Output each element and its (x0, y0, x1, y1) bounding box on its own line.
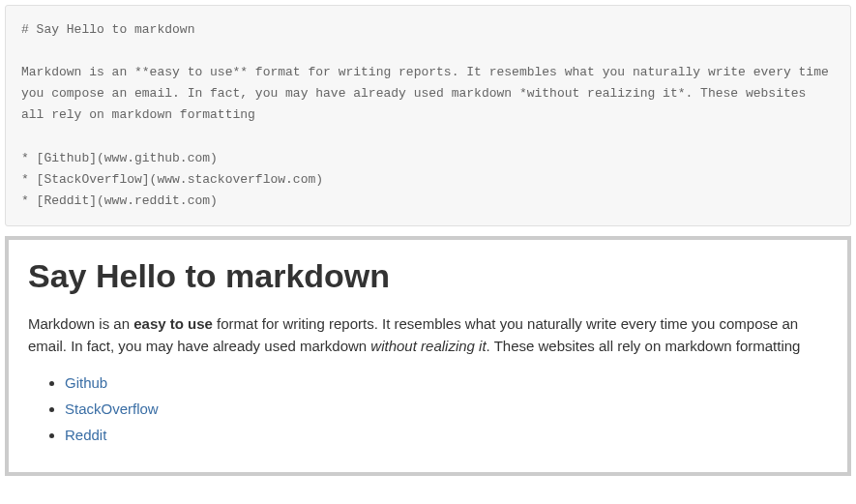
source-line: * [StackOverflow](www.stackoverflow.com) (21, 172, 323, 187)
list-item: Github (65, 374, 828, 391)
markdown-source-pane: # Say Hello to markdown Markdown is an *… (5, 5, 851, 226)
rendered-list: Github StackOverflow Reddit (28, 374, 828, 443)
source-line: * [Github](www.github.com) (21, 151, 218, 165)
rendered-heading: Say Hello to markdown (28, 257, 828, 295)
link-github[interactable]: Github (65, 374, 107, 391)
para-bold: easy to use (133, 315, 213, 332)
para-italic: without realizing it (370, 338, 486, 354)
markdown-rendered-pane: Say Hello to markdown Markdown is an eas… (5, 236, 851, 477)
list-item: Reddit (65, 427, 828, 443)
source-line: Markdown is an **easy to use** format fo… (21, 65, 837, 122)
source-line: * [Reddit](www.reddit.com) (21, 193, 218, 208)
para-text: Markdown is an (28, 315, 133, 332)
para-text: . These websites all rely on markdown fo… (487, 338, 801, 354)
link-stackoverflow[interactable]: StackOverflow (65, 400, 159, 417)
link-reddit[interactable]: Reddit (65, 427, 106, 443)
source-line: # Say Hello to markdown (21, 22, 194, 37)
list-item: StackOverflow (65, 400, 828, 417)
rendered-paragraph: Markdown is an easy to use format for wr… (28, 312, 828, 358)
